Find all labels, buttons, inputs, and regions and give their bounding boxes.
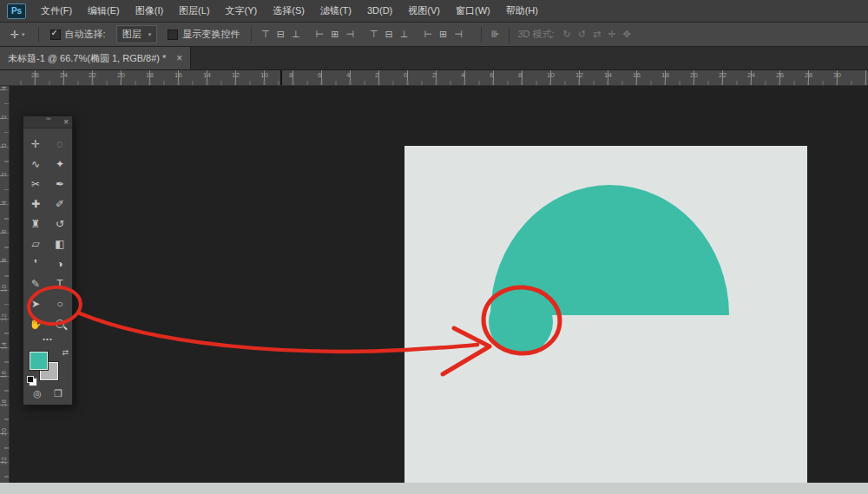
- ruler-number-h: 8: [289, 71, 293, 79]
- quick-selection-tool[interactable]: ✦: [48, 154, 72, 174]
- healing-brush-tool-icon: ✚: [31, 198, 40, 210]
- distribute-right-edges-icon[interactable]: ⊣: [450, 23, 466, 46]
- photoshop-logo: Ps: [7, 3, 26, 19]
- path-selection-tool[interactable]: ➤: [23, 293, 48, 313]
- menu-item-image[interactable]: 图像(I): [128, 0, 171, 22]
- status-bar: [0, 483, 868, 494]
- show-transform-option[interactable]: 显示变换控件: [168, 28, 240, 41]
- align-bottom-edges-icon[interactable]: ⊥: [288, 23, 304, 46]
- ruler-number-v: 22: [0, 456, 8, 466]
- ruler-number-h: 14: [203, 71, 211, 79]
- move-tool-preset-button[interactable]: ✛ ▾: [0, 29, 32, 41]
- document-canvas[interactable]: [404, 146, 807, 494]
- ruler-number-v: 10: [0, 284, 8, 294]
- distribute-left-edges-icon[interactable]: ⊢: [420, 23, 436, 46]
- canvas-area[interactable]: [0, 85, 868, 494]
- panel-collapse-icon[interactable]: ^^: [46, 116, 50, 122]
- quick-mask-icon[interactable]: ◎: [33, 388, 42, 399]
- menu-item-3d[interactable]: 3D(D): [359, 0, 400, 22]
- align-right-edges-icon[interactable]: ⊣: [342, 23, 358, 46]
- menu-item-layer[interactable]: 图层(L): [171, 0, 217, 22]
- history-brush-tool[interactable]: ↺: [48, 214, 72, 234]
- ruler-number-v: 12: [0, 313, 8, 323]
- auto-select-checkbox[interactable]: [50, 30, 61, 40]
- eraser-tool[interactable]: ▱: [23, 234, 48, 254]
- menu-item-window[interactable]: 窗口(W): [448, 0, 498, 22]
- menu-item-edit[interactable]: 编辑(E): [80, 0, 128, 22]
- clone-stamp-tool[interactable]: ♜: [23, 214, 48, 234]
- ruler-number-v: 4: [0, 198, 8, 208]
- history-brush-tool-icon: ↺: [56, 218, 64, 230]
- ruler-number-h: 14: [604, 71, 612, 79]
- blur-tool[interactable]: ❜: [23, 254, 48, 273]
- edit-toolbar-button[interactable]: •••: [23, 333, 72, 346]
- menu-item-view[interactable]: 视图(V): [400, 0, 448, 22]
- auto-select-option[interactable]: 自动选择:: [50, 28, 106, 41]
- show-transform-checkbox[interactable]: [168, 30, 178, 40]
- hand-tool[interactable]: ✋: [23, 313, 48, 333]
- 3d-mode-group: 3D 模式: ↻↺⇄✛✥: [516, 23, 634, 46]
- panel-close-icon[interactable]: ×: [63, 116, 69, 128]
- 3d-mode-label: 3D 模式:: [517, 28, 554, 41]
- ruler-number-h: 16: [633, 71, 641, 79]
- layer-group-dropdown[interactable]: 图层 ▾: [116, 25, 158, 43]
- gradient-tool-icon: ◧: [55, 238, 64, 250]
- show-transform-label: 显示变换控件: [182, 28, 240, 41]
- align-horizontal-centers-icon[interactable]: ⊞: [327, 23, 342, 46]
- document-tab[interactable]: 未标题-1 @ 66.7%(椭圆 1, RGB/8#) * ×: [0, 47, 191, 69]
- ruler-number-h: 16: [174, 71, 182, 79]
- horizontal-ruler[interactable]: 2624222018161412108642024681012141618202…: [9, 70, 868, 86]
- distribute-top-edges-icon[interactable]: ⊤: [366, 23, 382, 46]
- tab-close-icon[interactable]: ×: [176, 52, 182, 64]
- ruler-number-h: 22: [89, 71, 96, 79]
- menu-bar: Ps 文件(F)编辑(E)图像(I)图层(L)文字(Y)选择(S)滤镜(T)3D…: [0, 0, 868, 23]
- menu-item-type[interactable]: 文字(Y): [218, 0, 266, 22]
- foreground-color-swatch[interactable]: [30, 352, 48, 370]
- vertical-ruler[interactable]: 42024681012141618202224: [0, 85, 10, 494]
- brush-tool[interactable]: ✐: [48, 194, 72, 214]
- eyedropper-tool[interactable]: ✒: [48, 174, 72, 194]
- distribute-bottom-edges-icon[interactable]: ⊥: [397, 23, 412, 46]
- layer-dropdown-value: 图层: [122, 28, 141, 41]
- dodge-tool-icon: ◑: [56, 258, 62, 270]
- ruler-number-h: 2: [375, 71, 378, 79]
- tools-panel-titlebar[interactable]: ^^ ×: [23, 116, 72, 128]
- ruler-number-h: 24: [60, 71, 68, 79]
- menu-item-filter[interactable]: 滤镜(T): [312, 0, 359, 22]
- screen-mode-icon[interactable]: ❐: [54, 388, 62, 399]
- gradient-tool[interactable]: ◧: [48, 234, 72, 254]
- ruler-number-h: 26: [31, 71, 39, 79]
- default-colors-icon[interactable]: [27, 376, 34, 383]
- ruler-number-h: 4: [461, 71, 464, 79]
- zoom-tool[interactable]: [48, 313, 72, 333]
- auto-align-layers-icon[interactable]: ⊪: [488, 23, 503, 46]
- align-left-edges-icon[interactable]: ⊢: [312, 23, 328, 46]
- healing-brush-tool[interactable]: ✚: [23, 194, 48, 214]
- type-tool-icon: T: [56, 278, 62, 290]
- menu-item-help[interactable]: 帮助(H): [498, 0, 546, 22]
- dodge-tool[interactable]: ◑: [48, 254, 72, 273]
- options-separator: [481, 27, 482, 43]
- menu-item-file[interactable]: 文件(F): [33, 0, 80, 22]
- lasso-tool[interactable]: ∿: [23, 154, 48, 174]
- swap-colors-icon[interactable]: ⇄: [62, 348, 69, 357]
- hand-tool-icon: ✋: [30, 318, 43, 330]
- eraser-tool-icon: ▱: [31, 238, 39, 250]
- menu-item-select[interactable]: 选择(S): [265, 0, 312, 22]
- eyedropper-tool-icon: ✒: [56, 178, 64, 190]
- crop-tool[interactable]: ✂: [23, 174, 48, 194]
- ruler-number-h: 4: [346, 71, 350, 79]
- move-tool[interactable]: ✛: [23, 134, 48, 154]
- align-vertical-centers-icon[interactable]: ⊟: [273, 23, 288, 46]
- brush-tool-icon: ✐: [56, 198, 64, 210]
- distribute-vertical-centers-icon[interactable]: ⊟: [382, 23, 397, 46]
- pen-tool[interactable]: ✎: [23, 273, 48, 293]
- blur-tool-icon: ❜: [34, 258, 37, 270]
- ellipse-tool[interactable]: ○: [48, 293, 72, 313]
- align-top-edges-icon[interactable]: ⊤: [258, 23, 273, 46]
- chevron-down-icon: ▾: [22, 31, 25, 38]
- type-tool[interactable]: T: [48, 273, 72, 293]
- ellipse-marquee-tool[interactable]: ◌: [48, 134, 72, 154]
- distribute-horizontal-centers-icon[interactable]: ⊞: [436, 23, 450, 46]
- ruler-number-v: 8: [0, 255, 8, 266]
